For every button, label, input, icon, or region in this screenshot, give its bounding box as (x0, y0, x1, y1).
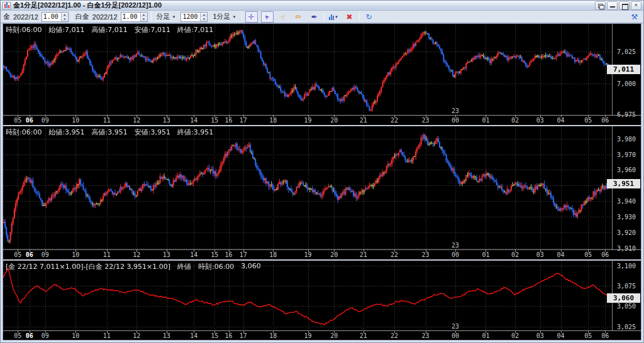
x-tick-label: 06 (601, 251, 609, 258)
gold-multiplier-spinner[interactable]: 1.00 ▲ ▼ (42, 12, 69, 22)
x-tick-label: 05 (584, 117, 592, 124)
x-tick-label: 22 (391, 251, 398, 258)
spinner-up-button[interactable]: ▲ (201, 13, 207, 17)
spread-time-axis: 0506091011121314151617181920212223000102… (3, 330, 641, 340)
x-tick-label: 18 (269, 251, 277, 258)
annotate-tool-button[interactable]: ✒ (308, 11, 321, 23)
gold-info-line: 時刻:06:00始値:7,011高値:7,011安値:7,011終値:7,011 (6, 25, 213, 35)
refresh-icon: ↻ (366, 13, 372, 21)
info-segment: 終値:3,951 (177, 128, 213, 137)
pen-icon: ✒ (311, 13, 318, 21)
x-tick-label: 05 (14, 332, 21, 339)
y-tick-label: 3,970 (617, 151, 636, 158)
info-segment: 始値:7,011 (48, 25, 84, 35)
info-segment: 終値:7,011 (177, 25, 213, 35)
x-tick-label: 13 (163, 332, 170, 339)
chevron-down-icon: ▼ (335, 15, 338, 19)
x-tick-label: 22 (391, 117, 398, 124)
x-tick-label: 10 (72, 117, 79, 124)
x-tick-label: 09 (42, 117, 49, 124)
x-tick-label: 04 (557, 332, 565, 339)
x-tick-label: 09 (42, 251, 49, 258)
platinum-multiplier-spinner[interactable]: 1.00 ▲ ▼ (121, 12, 148, 22)
close-button[interactable]: × (631, 1, 641, 10)
wrench-icon: ⚒ (631, 13, 638, 21)
x-tick-label: 12 (133, 251, 140, 258)
bar-count-spinner[interactable]: 1200 ▲ ▼ (180, 12, 208, 22)
x-tick-label: 18 (269, 332, 277, 339)
settings-button[interactable]: ⚒ (628, 11, 641, 23)
title-bar[interactable]: 金1分足[2022/12]1.00 - 白金1分足[2022/12]1.00 × (1, 1, 643, 11)
x-tick-label: 20 (330, 332, 338, 339)
y-tick-label: 3,960 (617, 166, 636, 173)
info-segment: 3,060 (241, 262, 261, 271)
pan-tool-button[interactable]: ☝ (277, 11, 289, 23)
platinum-symbol-label: 白金 (75, 12, 89, 21)
gold-candlestick-canvas[interactable] (3, 24, 613, 115)
x-tick-label: 00 (452, 332, 459, 339)
delete-chart-button[interactable]: ✖ (343, 11, 356, 23)
info-segment: [金 22/12 7,011×1.00]-[白金 22/12 3,951×1.0… (6, 262, 170, 271)
x-tick-label: 09 (42, 332, 49, 339)
info-segment: 高値:7,011 (92, 25, 128, 35)
app-icon (3, 2, 11, 9)
spinner-up-button[interactable]: ▲ (141, 13, 147, 17)
spinner-down-button[interactable]: ▼ (201, 17, 207, 21)
x-tick-label: 01 (482, 117, 489, 124)
x-tick-label: 06 (26, 117, 33, 124)
x-tick-label: 18 (269, 117, 277, 124)
float-window-button[interactable] (595, 1, 606, 10)
x-tick-label: 11 (103, 117, 111, 124)
timeframe-value: 1分足 (213, 12, 230, 21)
spread-info-line: [金 22/12 7,011×1.00]-[白金 22/12 3,951×1.0… (6, 262, 261, 271)
x-tick-label: 11 (103, 332, 111, 339)
x-tick-label: 17 (240, 332, 247, 339)
platinum-candlestick-canvas[interactable] (3, 126, 613, 249)
info-segment: 始値:3,951 (48, 128, 84, 137)
x-tick-label: 00 (452, 251, 459, 258)
hand-icon: ☝ (280, 13, 285, 21)
pencil-icon: ✏ (296, 13, 302, 21)
select-tool-button[interactable]: ➤ (261, 11, 274, 23)
draw-tool-button[interactable]: ✏ (292, 11, 305, 23)
x-tick-label: 02 (511, 332, 519, 339)
x-tick-label: 14 (190, 251, 197, 258)
spinner-down-button[interactable]: ▼ (141, 17, 147, 21)
platinum-chart-panel: 時刻:06:00始値:3,951高値:3,951安値:3,951終値:3,951… (3, 126, 641, 259)
y-tick-label: 3,980 (617, 135, 636, 142)
period-type-dropdown[interactable]: 分足 ▼ (155, 11, 178, 22)
current-price-box: 3,951 (607, 179, 640, 188)
x-tick-label: 13 (163, 117, 170, 124)
spinner-up-button[interactable]: ▲ (62, 13, 68, 17)
y-tick-label: 3,075 (617, 283, 636, 290)
info-segment: 時刻:06:00 (6, 25, 42, 35)
toolbar-separator (72, 12, 72, 21)
minimize-button[interactable] (607, 1, 618, 10)
app-window: 金1分足[2022/12]1.00 - 白金1分足[2022/12]1.00 ×… (0, 0, 644, 343)
info-segment: 時刻:06:00 (6, 128, 42, 137)
refresh-button[interactable]: ↻ (363, 11, 375, 23)
x-tick-label: 10 (72, 332, 79, 339)
chart-type-button[interactable]: ▼ (328, 11, 340, 23)
gold-price-axis: 7,0257,0006,9757,011 (613, 24, 641, 115)
spinner-down-button[interactable]: ▼ (62, 17, 68, 21)
crosshair-icon: ✛ (248, 13, 255, 21)
x-tick-label: 12 (133, 117, 140, 124)
x-tick-label: 15 (211, 251, 218, 258)
timeframe-dropdown[interactable]: 1分足 ▼ (211, 11, 238, 22)
gold-multiplier-value: 1.00 (42, 13, 61, 21)
delete-x-icon: ✖ (347, 13, 353, 21)
x-tick-label: 05 (584, 251, 592, 258)
chevron-down-icon: ▼ (172, 15, 176, 19)
x-tick-label: 23 (421, 251, 429, 258)
cursor-arrow-icon: ➤ (262, 12, 271, 21)
crosshair-tool-button[interactable]: ✛ (245, 11, 258, 23)
x-tick-label: 03 (536, 251, 544, 258)
maximize-button[interactable] (619, 1, 630, 10)
y-tick-label: 7,000 (617, 80, 636, 87)
toolbar: 金 2022/12 1.00 ▲ ▼ 白金 2022/12 1.00 ▲ ▼ 分… (1, 11, 643, 23)
y-tick-label: 3,920 (617, 229, 636, 236)
chevron-down-icon: ▼ (233, 15, 236, 19)
x-tick-label: 02 (511, 117, 519, 124)
y-tick-label: 3,930 (617, 213, 636, 220)
